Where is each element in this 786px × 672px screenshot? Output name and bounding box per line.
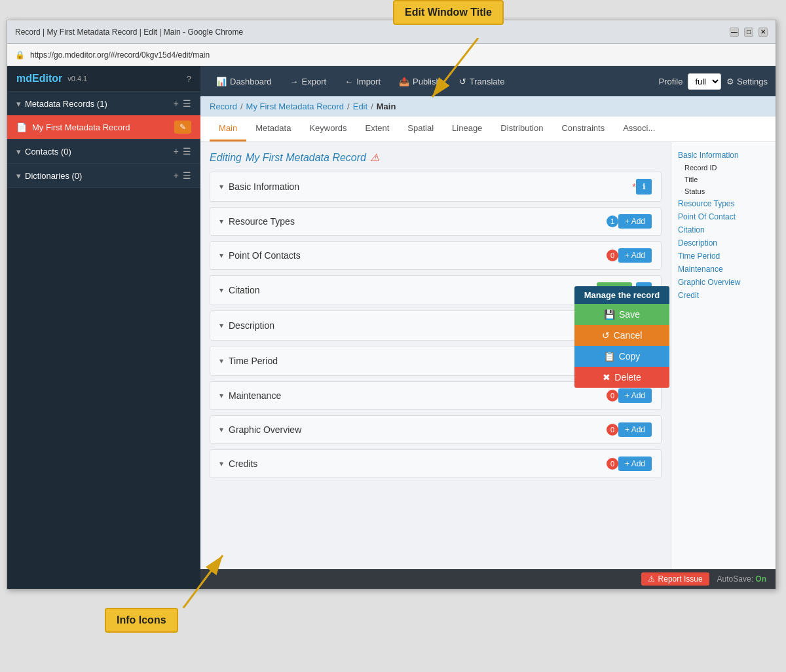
sidebar-contacts-section: ▾ Contacts (0) + ☰ [7, 140, 200, 164]
profile-section: Profile full ⚙ Settings [659, 73, 768, 90]
autosave-text: AutoSave: On [717, 574, 766, 584]
resource-types-add-button[interactable]: + Add [618, 214, 652, 229]
save-button[interactable]: 💾 Save [574, 304, 669, 325]
sidebar-dictionaries-header[interactable]: ▾ Dictionaries (0) + ☰ [7, 164, 200, 187]
add-metadata-icon[interactable]: + [174, 98, 179, 109]
app-logo: mdEditor [16, 73, 62, 84]
svg-line-3 [183, 555, 223, 608]
add-contact-icon[interactable]: + [174, 146, 179, 157]
section-actions: ℹ [636, 179, 652, 195]
svg-line-1 [432, 38, 478, 97]
basic-information-title: Basic Information [229, 181, 630, 192]
edit-record-button[interactable]: ✎ [174, 121, 191, 134]
list-contact-icon[interactable]: ☰ [183, 146, 191, 157]
sidebar-metadata-title: Metadata Records (1) [25, 99, 168, 109]
sidebar-record-item[interactable]: 📄 My First Metadata Record ✎ [7, 115, 200, 139]
graphic-overview-section: ▾ Graphic Overview 0 + Add [210, 415, 662, 444]
section-actions: + Add [618, 248, 652, 263]
cancel-button[interactable]: ↺ Cancel [574, 325, 669, 346]
report-issue-button[interactable]: ⚠ Report Issue [641, 572, 709, 586]
edit-window-title-box: Edit Window Title [393, 0, 504, 25]
copy-label: Copy [619, 351, 641, 362]
delete-button[interactable]: ✖ Delete [574, 367, 669, 388]
sidebar-metadata-header[interactable]: ▾ Metadata Records (1) + ☰ [7, 92, 200, 115]
tab-distribution[interactable]: Distribution [491, 117, 552, 141]
description-title: Description [229, 320, 630, 331]
right-nav-description[interactable]: Description [678, 236, 769, 250]
chevron-icon: ▾ [219, 356, 223, 365]
list-metadata-icon[interactable]: ☰ [183, 98, 191, 109]
tab-metadata[interactable]: Metadata [246, 117, 300, 141]
help-icon[interactable]: ? [187, 74, 191, 84]
tab-spatial[interactable]: Spatial [398, 117, 443, 141]
editing-title-name: My First Metadata Record [246, 152, 366, 164]
basic-info-icon[interactable]: ℹ [636, 179, 652, 195]
browser-addressbar: 🔒 https://go.mdeditor.org/#/record/0kgv1… [7, 44, 776, 66]
tab-main[interactable]: Main [210, 117, 246, 141]
tab-keywords[interactable]: Keywords [300, 117, 356, 141]
dashboard-button[interactable]: 📊 Dashboard [208, 73, 280, 90]
list-dict-icon[interactable]: ☰ [183, 170, 191, 181]
main-content: 📊 Dashboard → Export ← Import 📤 Publish … [200, 66, 776, 589]
right-nav-time-period[interactable]: Time Period [678, 250, 769, 263]
right-nav-record-id[interactable]: Record ID [678, 162, 769, 174]
maintenance-add-button[interactable]: + Add [618, 388, 652, 403]
section-actions: + Add [618, 214, 652, 229]
export-button[interactable]: → Export [282, 73, 335, 90]
action-panel: Manage the record 💾 Save ↺ Cancel 📋 Copy [574, 286, 669, 388]
sidebar-contacts-icons: + ☰ [174, 146, 191, 157]
right-nav-graphic-overview[interactable]: Graphic Overview [678, 276, 769, 289]
point-of-contacts-add-button[interactable]: + Add [618, 248, 652, 263]
point-of-contacts-header[interactable]: ▾ Point Of Contacts 0 + Add [210, 242, 661, 269]
browser-titlebar: Record | My First Metadata Record | Edit… [7, 20, 776, 44]
credits-title: Credits [229, 458, 603, 469]
chevron-icon: ▾ [219, 321, 223, 330]
copy-icon: 📋 [604, 351, 615, 362]
address-url[interactable]: https://go.mdeditor.org/#/record/0kgv15d… [30, 50, 768, 60]
credits-header[interactable]: ▾ Credits 0 + Add [210, 450, 661, 477]
right-nav-maintenance[interactable]: Maintenance [678, 263, 769, 276]
right-nav-title[interactable]: Title [678, 174, 769, 185]
tab-extent[interactable]: Extent [356, 117, 398, 141]
maintenance-badge: 0 [607, 390, 618, 401]
app-version: v0.4.1 [67, 75, 87, 83]
graphic-overview-header[interactable]: ▾ Graphic Overview 0 + Add [210, 416, 661, 443]
copy-button[interactable]: 📋 Copy [574, 346, 669, 367]
close-button[interactable]: ✕ [758, 28, 768, 37]
basic-information-header[interactable]: ▾ Basic Information * ℹ [210, 172, 661, 201]
graphic-overview-add-button[interactable]: + Add [618, 422, 652, 437]
browser-window: Record | My First Metadata Record | Edit… [7, 20, 776, 589]
breadcrumb-my-first[interactable]: My First Metadata Record [246, 102, 345, 111]
right-nav-status[interactable]: Status [678, 185, 769, 197]
point-of-contacts-title: Point Of Contacts [229, 250, 603, 261]
info-icons-annotation: Info Icons [105, 608, 178, 633]
import-button[interactable]: ← Import [337, 73, 388, 90]
profile-select[interactable]: full [688, 73, 721, 90]
right-nav-basic-info[interactable]: Basic Information [678, 149, 769, 162]
right-nav-citation[interactable]: Citation [678, 223, 769, 236]
right-nav-panel: Basic Information Record ID Title Status… [671, 142, 776, 569]
sidebar-contacts-header[interactable]: ▾ Contacts (0) + ☰ [7, 140, 200, 163]
save-label: Save [619, 309, 640, 320]
sidebar-header: mdEditor v0.4.1 ? [7, 66, 200, 92]
tab-constraints[interactable]: Constraints [552, 117, 614, 141]
breadcrumb-record[interactable]: Record [210, 102, 237, 111]
editing-title: Editing My First Metadata Record ⚠ [210, 151, 662, 164]
settings-button[interactable]: ⚙ Settings [726, 77, 768, 86]
tab-lineage[interactable]: Lineage [443, 117, 491, 141]
sidebar-dictionaries-icons: + ☰ [174, 170, 191, 181]
breadcrumb-edit[interactable]: Edit [353, 102, 367, 111]
browser-controls: — □ ✕ [730, 28, 768, 37]
record-icon: 📄 [16, 122, 27, 132]
restore-button[interactable]: □ [744, 28, 753, 37]
right-nav-credit[interactable]: Credit [678, 289, 769, 302]
cancel-label: Cancel [614, 330, 643, 341]
resource-types-header[interactable]: ▾ Resource Types 1 + Add [210, 208, 661, 235]
credits-add-button[interactable]: + Add [618, 457, 652, 471]
add-dict-icon[interactable]: + [174, 170, 179, 181]
right-nav-resource-types[interactable]: Resource Types [678, 197, 769, 210]
chevron-icon: ▾ [219, 286, 223, 295]
right-nav-point-of-contact[interactable]: Point Of Contact [678, 210, 769, 223]
minimize-button[interactable]: — [730, 28, 739, 37]
tab-associ[interactable]: Associ... [614, 117, 664, 141]
